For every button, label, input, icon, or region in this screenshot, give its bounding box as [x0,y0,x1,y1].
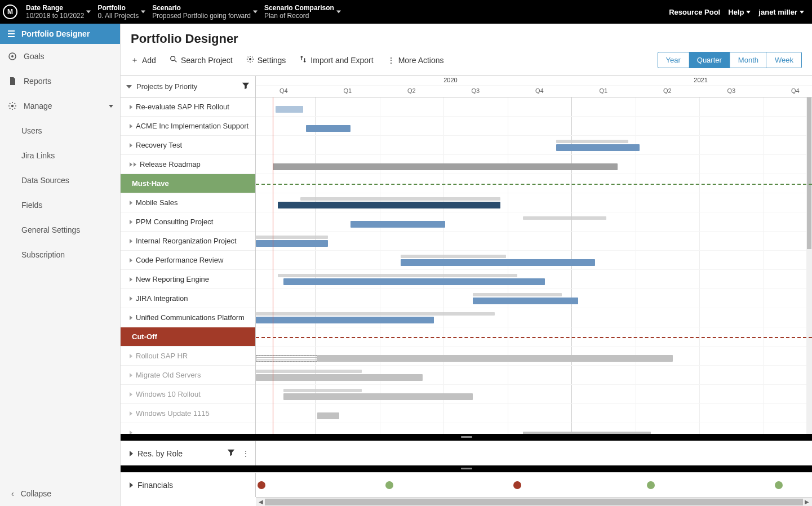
gantt-baseline-bar[interactable] [300,197,500,201]
gantt-bar[interactable] [256,317,434,323]
gantt-bar[interactable] [317,355,673,362]
gantt-row[interactable] [256,423,812,434]
project-row[interactable]: Re-evaluate SAP HR Rollout [121,97,255,117]
gantt-row[interactable] [256,385,812,404]
project-row[interactable]: Unified Communications Platform [121,308,255,327]
search-project-button[interactable]: Search Project [170,55,233,65]
project-row[interactable]: Release Roadmap [121,155,255,174]
gantt-bar[interactable] [278,202,500,208]
gantt-grid[interactable] [256,97,812,434]
filter-icon[interactable] [227,449,235,458]
project-row[interactable]: JIRA Integration [121,289,255,308]
gantt-bar[interactable] [283,393,473,400]
section-cut-off[interactable]: Cut-Off [121,327,255,347]
scale-year[interactable]: Year [658,52,689,68]
project-row[interactable]: Mobile Sales [121,193,255,212]
user-menu[interactable]: janet miller [758,8,804,16]
gantt-row[interactable] [256,404,812,423]
sidebar-subitem-users[interactable]: Users [0,118,120,143]
gantt-bar[interactable] [273,163,618,170]
gantt-bar[interactable] [473,298,579,304]
gantt-row[interactable] [256,212,812,232]
gantt-baseline-bar[interactable] [278,274,517,277]
gantt-bar[interactable] [350,221,445,228]
sidebar-active-module[interactable]: Portfolio Designer [0,24,120,44]
project-row[interactable]: Windows 10 Rollout [121,385,255,404]
settings-button[interactable]: Settings [246,55,286,65]
gantt-baseline-bar[interactable] [256,312,495,316]
sidebar-item-goals[interactable]: Goals [0,44,120,69]
gantt-baseline-bar[interactable] [556,140,628,143]
horizontal-scrollbar[interactable]: ◀ ▶ [256,497,812,506]
status-dot[interactable] [513,481,521,489]
gantt-bar[interactable] [317,412,339,419]
gantt-bar[interactable] [276,106,303,113]
gantt-row[interactable] [256,308,812,327]
sidebar-item-manage[interactable]: Manage [0,94,120,118]
scroll-right-icon[interactable]: ▶ [803,499,811,505]
project-row[interactable]: Migrate Old Servers [121,366,255,385]
project-list-header[interactable]: Projects by Priority [121,76,255,97]
section-must-have[interactable]: Must-Have [121,174,255,193]
filter-icon[interactable] [242,82,250,91]
project-row[interactable]: Code Performance Review [121,251,255,270]
status-dot[interactable] [775,481,783,489]
project-row[interactable]: Recovery Test [121,136,255,155]
more-icon[interactable]: ⋮ [242,449,250,458]
resource-pool-link[interactable]: Resource Pool [669,8,720,16]
sidebar-item-reports[interactable]: Reports [0,69,120,94]
gantt-row[interactable] [256,347,812,366]
gantt-row[interactable] [256,136,812,155]
scale-quarter[interactable]: Quarter [689,52,730,68]
gantt-row[interactable] [256,117,812,136]
gantt-row[interactable] [256,251,812,270]
panel-resizer[interactable] [121,434,812,441]
sidebar-subitem-fields[interactable]: Fields [0,193,120,218]
gantt-bar[interactable] [556,144,640,151]
financials-header[interactable]: Financials [121,473,256,497]
app-logo[interactable]: M [0,0,20,24]
sidebar-subitem-general-settings[interactable]: General Settings [0,218,120,242]
gantt-row[interactable] [256,155,812,174]
gantt-baseline-bar[interactable] [256,236,328,239]
gantt-row[interactable] [256,289,812,308]
gantt-baseline-bar[interactable] [523,216,606,220]
gantt-baseline-bar[interactable] [283,389,361,392]
gantt-bar[interactable] [256,374,423,381]
topbar-selector-1[interactable]: Portfolio0. All Projects [92,0,147,24]
project-row[interactable]: Windows Update 1115 [121,404,255,423]
gantt-row[interactable] [256,270,812,289]
gantt-row[interactable] [256,193,812,212]
help-menu[interactable]: Help [728,8,751,16]
gantt-row[interactable] [256,97,812,117]
panel-resizer[interactable] [121,465,812,472]
scale-month[interactable]: Month [730,52,767,68]
status-dot[interactable] [258,481,265,489]
import-export-button[interactable]: Import and Export [299,55,373,65]
collapse-sidebar[interactable]: ‹ Collapse [0,481,120,506]
topbar-selector-3[interactable]: Scenario ComparisonPlan of Record [259,0,342,24]
status-dot[interactable] [385,481,393,489]
gantt-bar[interactable] [256,355,317,362]
sidebar-subitem-jira-links[interactable]: Jira Links [0,143,120,168]
gantt-baseline-bar[interactable] [473,293,562,296]
gantt-bar[interactable] [256,240,328,247]
gantt-bar[interactable] [306,125,350,132]
gantt-row[interactable] [256,366,812,385]
add-button[interactable]: ＋ Add [131,55,156,65]
vertical-scrollbar[interactable] [806,97,812,434]
project-row[interactable]: PPM Consulting Project [121,212,255,232]
sidebar-subitem-subscription[interactable]: Subscription [0,242,120,267]
scale-week[interactable]: Week [767,52,801,68]
gantt-bar[interactable] [283,278,545,285]
gantt-baseline-bar[interactable] [256,370,362,373]
project-row[interactable]: New Reporting Engine [121,270,255,289]
topbar-selector-2[interactable]: ScenarioProposed Portfolio going forward [147,0,259,24]
gantt-bar[interactable] [401,259,595,266]
res-by-role-header[interactable]: Res. by Role ⋮ [121,441,256,465]
scroll-left-icon[interactable]: ◀ [257,499,265,505]
project-row[interactable]: Internal Reorganization Project [121,232,255,251]
topbar-selector-0[interactable]: Date Range10/2018 to 10/2022 [20,0,92,24]
status-dot[interactable] [647,481,655,489]
sidebar-subitem-data-sources[interactable]: Data Sources [0,168,120,193]
